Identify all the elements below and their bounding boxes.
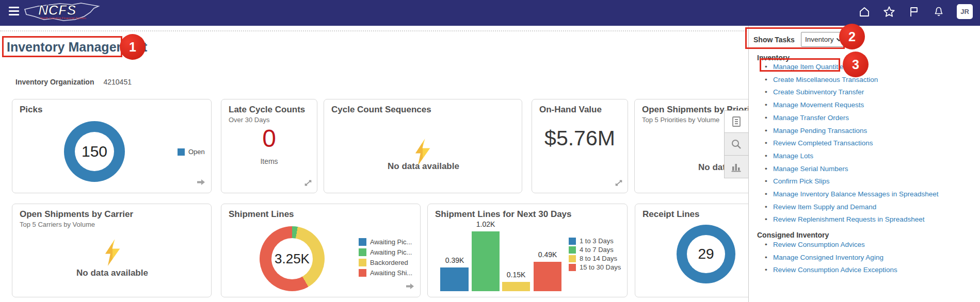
legend-swatch bbox=[359, 248, 366, 256]
legend-label: Backordered bbox=[370, 259, 408, 266]
late-cycle-counts-unit: Items bbox=[221, 157, 317, 165]
card-title: Receipt Lines bbox=[642, 209, 700, 220]
task-item: Manage Transfer Orders bbox=[765, 112, 938, 125]
card-tools-toolbar bbox=[724, 110, 749, 178]
user-avatar[interactable]: JR bbox=[957, 4, 973, 19]
task-link-manage-inventory-balance-messages[interactable]: Manage Inventory Balance Messages in Spr… bbox=[773, 190, 938, 198]
view-as-list-button[interactable] bbox=[724, 110, 749, 133]
task-link-review-item-supply-and-demand[interactable]: Review Item Supply and Demand bbox=[773, 203, 876, 211]
task-item: Manage Pending Transactions bbox=[765, 125, 938, 138]
brand-tagline: North Carolina Financial System bbox=[40, 16, 86, 20]
card-title: Open Shipments by Carrier bbox=[20, 209, 133, 220]
card-title: Cycle Count Sequences bbox=[331, 105, 431, 115]
search-icon bbox=[730, 138, 743, 150]
bar-15-to-30-days bbox=[534, 262, 561, 291]
inventory-organization-label: Inventory Organization bbox=[15, 78, 94, 86]
card-title: Late Cycle Counts bbox=[229, 105, 305, 115]
hamburger-menu-icon[interactable] bbox=[9, 7, 19, 17]
expand-icon[interactable] bbox=[614, 178, 623, 188]
expand-icon[interactable] bbox=[303, 178, 313, 188]
task-item: Review Item Supply and Demand bbox=[765, 201, 938, 214]
annotation-step-2: 2 bbox=[839, 24, 865, 49]
home-icon[interactable] bbox=[858, 5, 871, 19]
bar-1-to-3-days bbox=[440, 267, 469, 291]
drill-arrow-icon[interactable] bbox=[197, 178, 205, 187]
app-header: NCFS North Carolina Financial System JR bbox=[0, 0, 980, 26]
card-on-hand-value: On-Hand Value $5.76M bbox=[532, 99, 628, 193]
announcements-flag-icon[interactable] bbox=[907, 5, 921, 19]
legend-swatch bbox=[359, 269, 366, 277]
task-link-manage-serial-numbers[interactable]: Manage Serial Numbers bbox=[773, 165, 848, 173]
picks-donut-chart: 150 bbox=[64, 121, 125, 182]
task-link-manage-movement-requests[interactable]: Manage Movement Requests bbox=[773, 101, 864, 109]
card-title: Picks bbox=[20, 105, 42, 115]
task-item: Manage Lots bbox=[765, 150, 938, 163]
task-link-create-miscellaneous-transaction[interactable]: Create Miscellaneous Transaction bbox=[773, 76, 878, 83]
task-item: Create Subinventory Transfer bbox=[765, 86, 938, 99]
inventory-organization-row: Inventory Organization4210451 bbox=[15, 78, 132, 86]
legend-awaiting-picking: Awaiting Pic... bbox=[359, 238, 412, 246]
task-link-review-consumption-advice-exceptions[interactable]: Review Consumption Advice Exceptions bbox=[773, 266, 897, 274]
task-item: Manage Movement Requests bbox=[765, 99, 938, 112]
legend-awaiting-shipping: Awaiting Shi... bbox=[359, 269, 412, 277]
shipment-lines-donut-chart: 3.25K bbox=[260, 226, 325, 291]
annotation-box-3 bbox=[760, 58, 840, 72]
task-item: Review Replenishment Requests in Spreads… bbox=[765, 213, 938, 226]
legend-awaiting-pick-release: Awaiting Pic... bbox=[359, 248, 412, 256]
bar-4-to-7-days bbox=[472, 231, 500, 291]
task-link-review-completed-transactions[interactable]: Review Completed Transactions bbox=[773, 139, 873, 147]
card-title: Shipment Lines for Next 30 Days bbox=[435, 209, 572, 220]
late-cycle-counts-value: 0 bbox=[221, 124, 317, 153]
task-link-manage-transfer-orders[interactable]: Manage Transfer Orders bbox=[773, 114, 849, 122]
task-link-manage-consigned-inventory-aging[interactable]: Manage Consigned Inventory Aging bbox=[773, 254, 883, 261]
receipt-lines-total: 29 bbox=[698, 246, 714, 262]
notifications-bell-icon[interactable] bbox=[932, 5, 945, 19]
card-cycle-count-sequences: Cycle Count Sequences No data available bbox=[324, 99, 522, 193]
ncfs-logo: NCFS North Carolina Financial System bbox=[23, 1, 101, 25]
task-link-review-replenishment-requests[interactable]: Review Replenishment Requests in Spreads… bbox=[773, 215, 924, 223]
favorites-star-icon[interactable] bbox=[882, 5, 896, 19]
card-title: On-Hand Value bbox=[539, 105, 602, 115]
bar-chart-icon bbox=[730, 161, 743, 173]
on-hand-value: $5.76M bbox=[532, 126, 628, 150]
card-subtitle: Over 30 Days bbox=[229, 116, 269, 124]
no-data-text: No data available bbox=[12, 268, 212, 278]
drill-arrow-icon[interactable] bbox=[406, 282, 414, 291]
legend-backordered: Backordered bbox=[359, 259, 408, 266]
task-link-create-subinventory-transfer[interactable]: Create Subinventory Transfer bbox=[773, 88, 864, 96]
bar-8-to-14-days bbox=[502, 282, 530, 291]
card-subtitle: Top 5 Priorities by Volume bbox=[642, 116, 719, 124]
legend-4-to-7-days: 4 to 7 Days bbox=[569, 246, 614, 254]
legend-swatch bbox=[178, 148, 185, 156]
bar-value-label: 0.39K bbox=[437, 256, 473, 264]
task-link-manage-lots[interactable]: Manage Lots bbox=[773, 152, 813, 160]
legend-label: 8 to 14 Days bbox=[580, 255, 617, 262]
view-as-chart-button[interactable] bbox=[724, 156, 749, 178]
legend-label: 4 to 7 Days bbox=[580, 246, 614, 254]
bar-value-label: 0.49K bbox=[529, 250, 566, 259]
legend-label: 1 to 3 Days bbox=[580, 237, 614, 245]
task-item: Review Completed Transactions bbox=[765, 137, 938, 150]
card-title: Shipment Lines bbox=[229, 209, 294, 220]
legend-swatch bbox=[359, 238, 366, 246]
task-section-consigned-inventory: Consigned Inventory bbox=[757, 231, 829, 239]
task-link-review-consumption-advices[interactable]: Review Consumption Advices bbox=[773, 241, 865, 248]
receipt-lines-donut-chart: 29 bbox=[677, 225, 735, 283]
legend-label: 15 to 30 Days bbox=[580, 263, 621, 271]
card-picks: Picks 150 Open bbox=[12, 99, 212, 193]
picks-legend-open: Open bbox=[178, 148, 205, 156]
task-item: Manage Serial Numbers bbox=[765, 163, 938, 176]
card-open-shipments-by-carrier: Open Shipments by Carrier Top 5 Carriers… bbox=[12, 204, 212, 297]
legend-label: Awaiting Shi... bbox=[370, 269, 412, 277]
annotation-box-2 bbox=[745, 27, 845, 49]
annotation-box-1 bbox=[2, 36, 122, 57]
task-item: Review Consumption Advices bbox=[765, 239, 897, 251]
legend-label: Awaiting Pic... bbox=[370, 238, 412, 246]
card-shipment-lines: Shipment Lines 3.25K Awaiting Pic... Awa… bbox=[221, 204, 421, 297]
card-late-cycle-counts: Late Cycle Counts Over 30 Days 0 Items bbox=[221, 99, 317, 193]
search-button[interactable] bbox=[724, 133, 749, 156]
task-link-confirm-pick-slips[interactable]: Confirm Pick Slips bbox=[773, 177, 830, 185]
task-link-manage-pending-transactions[interactable]: Manage Pending Transactions bbox=[773, 127, 867, 135]
bar-value-label: 1.02K bbox=[468, 220, 504, 228]
legend-swatch bbox=[569, 238, 576, 245]
